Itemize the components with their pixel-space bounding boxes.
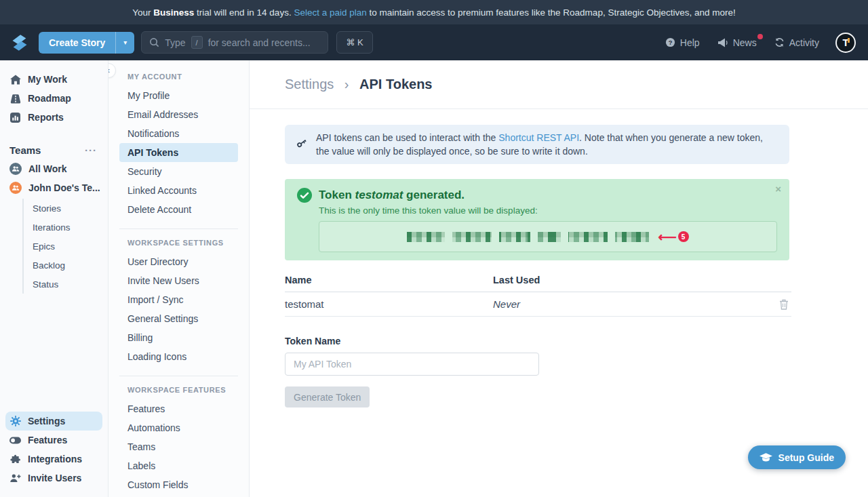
sidebar-item-invite-users[interactable]: Invite Users [5, 469, 102, 488]
column-header-name: Name [285, 275, 493, 285]
subnav-item-notifications[interactable]: Notifications [119, 124, 238, 143]
section-title-my-account: MY ACCOUNT [127, 73, 238, 81]
redacted-token-segment [407, 232, 445, 242]
subnav-item-invite-new-users[interactable]: Invite New Users [119, 271, 238, 290]
trial-banner: Your Business trial will end in 14 days.… [0, 0, 868, 24]
subnav-item-security[interactable]: Security [119, 162, 238, 181]
section-title-workspace-features: WORKSPACE FEATURES [127, 386, 238, 394]
sidebar-item-label: Invite Users [28, 473, 81, 483]
success-subtitle: This is the only time this token value w… [319, 205, 777, 216]
check-circle-icon [297, 188, 312, 203]
team-sub-list: Stories Iterations Epics Backlog Status [22, 199, 108, 294]
person-plus-icon [9, 473, 21, 483]
create-story-label[interactable]: Create Story [39, 32, 115, 54]
close-icon[interactable]: × [775, 183, 781, 195]
token-name-label: Token Name [285, 336, 868, 346]
sidebar-item-stories[interactable]: Stories [33, 199, 108, 218]
subnav-item-user-directory[interactable]: User Directory [119, 252, 238, 271]
sidebar-item-my-work[interactable]: My Work [5, 70, 102, 89]
token-name-input[interactable] [285, 353, 539, 376]
token-generated-alert: × Token testomat generated. This is the … [285, 179, 789, 260]
create-story-button[interactable]: Create Story ▾ [39, 32, 134, 54]
subnav-item-loading-icons[interactable]: Loading Icons [119, 347, 238, 366]
create-story-caret-icon[interactable]: ▾ [115, 32, 134, 54]
delete-token-button[interactable] [779, 299, 791, 310]
settings-subnav: ‹ MY ACCOUNT My Profile Email Addresses … [108, 60, 250, 497]
subnav-item-teams[interactable]: Teams [119, 437, 238, 456]
banner-text: trial will end in 14 days. [194, 7, 294, 18]
gear-icon [9, 416, 21, 426]
banner-text: Your [132, 7, 153, 18]
slash-key-icon: / [191, 36, 203, 49]
redacted-token-segment [452, 232, 492, 242]
all-work-avatar [9, 163, 22, 175]
breadcrumb-settings[interactable]: Settings [285, 77, 334, 92]
select-paid-plan-link[interactable]: Select a paid plan [294, 7, 366, 18]
sidebar-item-epics[interactable]: Epics [33, 237, 108, 256]
news-label[interactable]: News [733, 37, 757, 48]
left-arrow-icon: ⟵ [658, 231, 676, 243]
sidebar-item-backlog[interactable]: Backlog [33, 256, 108, 275]
table-header-row: Name Last Used [285, 275, 791, 292]
api-tokens-info-box: API tokens can be used to interact with … [285, 125, 789, 164]
sidebar-item-features[interactable]: Features [5, 431, 102, 450]
search-icon [149, 37, 159, 47]
page-title: API Tokens [359, 77, 432, 92]
subnav-item-delete-account[interactable]: Delete Account [119, 200, 238, 219]
teams-section-header: Teams ··· [5, 140, 102, 159]
top-navbar: Create Story ▾ Type / for search and rec… [0, 24, 868, 60]
search-placeholder-rest: for search and recents... [208, 37, 311, 48]
help-button[interactable]: ? Help [665, 37, 700, 48]
token-row-name: testomat [285, 298, 493, 310]
redacted-token-segment [538, 232, 561, 242]
user-avatar[interactable]: T [835, 33, 856, 53]
sidebar-item-integrations[interactable]: Integrations [5, 450, 102, 469]
bar-chart-icon [9, 113, 21, 123]
sidebar-item-label: Features [28, 435, 67, 445]
subnav-item-general-settings[interactable]: General Settings [119, 309, 238, 328]
sidebar-item-team-john-doe[interactable]: John Doe's Te... [5, 178, 102, 197]
teams-menu-icon[interactable]: ··· [85, 144, 97, 156]
news-button[interactable]: News [717, 37, 757, 48]
search-input[interactable]: Type / for search and recents... [141, 31, 328, 54]
sidebar-item-roadmap[interactable]: Roadmap [5, 89, 102, 108]
help-icon: ? [665, 37, 675, 47]
sidebar-item-label: Reports [28, 112, 64, 123]
shortcut-logo-icon[interactable] [9, 33, 30, 53]
shortcut-rest-api-link[interactable]: Shortcut REST API [498, 132, 579, 143]
annotation-marker: ⟵ 5 [658, 231, 688, 243]
setup-guide-button[interactable]: Setup Guide [748, 445, 846, 469]
activity-button[interactable]: Activity [774, 37, 819, 48]
sidebar-item-iterations[interactable]: Iterations [33, 218, 108, 237]
page: Your Business trial will end in 14 days.… [0, 0, 868, 497]
team-avatar [9, 182, 22, 194]
page-header: Settings › API Tokens [250, 60, 868, 109]
subnav-item-labels[interactable]: Labels [119, 456, 238, 475]
generate-token-button[interactable]: Generate Token [285, 386, 370, 407]
subnav-item-billing[interactable]: Billing [119, 328, 238, 347]
subnav-item-my-profile[interactable]: My Profile [119, 86, 238, 105]
sidebar-item-label: Integrations [28, 454, 82, 464]
keyboard-shortcut-badge[interactable]: ⌘ K [336, 31, 372, 54]
help-label[interactable]: Help [680, 37, 700, 48]
news-notification-dot [757, 34, 763, 39]
sidebar-item-reports[interactable]: Reports [5, 108, 102, 127]
sidebar-item-settings[interactable]: Settings [5, 412, 102, 431]
subnav-item-api-tokens[interactable]: API Tokens [119, 143, 238, 162]
annotation-badge: 5 [678, 231, 689, 242]
subnav-item-email-addresses[interactable]: Email Addresses [119, 105, 238, 124]
subnav-item-automations[interactable]: Automations [119, 418, 238, 437]
subnav-item-linked-accounts[interactable]: Linked Accounts [119, 181, 238, 200]
subnav-item-custom-fields[interactable]: Custom Fields [119, 475, 238, 494]
collapse-sidebar-button[interactable]: ‹ [108, 63, 116, 78]
house-icon [9, 75, 21, 85]
breadcrumb-separator-icon: › [344, 77, 349, 92]
setup-guide-label[interactable]: Setup Guide [778, 452, 834, 463]
activity-label[interactable]: Activity [789, 37, 819, 48]
subnav-item-features[interactable]: Features [119, 399, 238, 418]
tokens-table: Name Last Used testomat Never [285, 275, 791, 317]
sidebar-item-label: Settings [28, 416, 65, 426]
sidebar-item-all-work[interactable]: All Work [5, 159, 102, 178]
subnav-item-import-sync[interactable]: Import / Sync [119, 290, 238, 309]
sidebar-item-status[interactable]: Status [33, 275, 108, 294]
